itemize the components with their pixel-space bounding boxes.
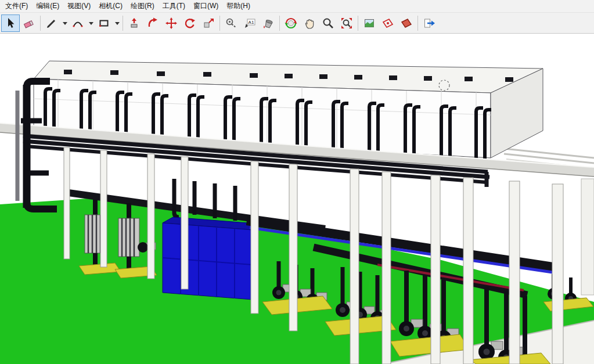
tape-measure-icon	[225, 17, 237, 30]
rotate-arrows-icon	[183, 17, 196, 30]
follow-me-icon	[146, 17, 159, 30]
export-arrow-icon	[423, 17, 435, 30]
zoom-tool[interactable]	[319, 15, 337, 32]
toolbar-separator	[40, 16, 41, 31]
scene-thumbnail-icon	[363, 17, 376, 30]
scene-view-tool[interactable]	[360, 15, 379, 32]
text-tool-label: A1	[249, 20, 254, 25]
toolbar-separator	[417, 16, 418, 31]
model-scene	[0, 34, 594, 364]
arc-tool[interactable]	[69, 15, 87, 32]
pan-tool[interactable]	[300, 15, 319, 32]
eraser-icon	[23, 17, 35, 30]
scale-icon	[202, 17, 215, 30]
eraser-tool[interactable]	[20, 15, 38, 32]
menu-view[interactable]: 视图(V)	[63, 0, 95, 12]
shape-tool[interactable]	[95, 15, 113, 32]
tape-measure-tool[interactable]	[222, 15, 240, 32]
menu-draw[interactable]: 绘图(R)	[127, 0, 159, 12]
push-pull-tool[interactable]	[125, 15, 143, 32]
toolbar-separator	[123, 16, 123, 31]
push-pull-icon	[128, 17, 141, 30]
section-plane-icon	[381, 17, 394, 30]
menu-camera[interactable]: 相机(C)	[95, 0, 127, 12]
section-plane-tool[interactable]	[379, 15, 397, 32]
chevron-down-icon	[62, 17, 68, 30]
chevron-down-icon	[114, 17, 120, 30]
zoom-extents-tool[interactable]	[337, 15, 356, 32]
rotate-tool[interactable]	[181, 15, 199, 32]
section-cut-icon	[400, 17, 413, 30]
line-tool[interactable]	[42, 15, 61, 32]
paint-bucket-tool[interactable]	[259, 15, 278, 32]
menu-tools[interactable]: 工具(T)	[159, 0, 189, 12]
shape-tool-dropdown[interactable]	[113, 15, 121, 32]
paint-bucket-icon	[262, 17, 275, 30]
toolbar-separator	[279, 16, 280, 31]
text-a1-icon: A1	[243, 17, 256, 30]
toolbar-separator	[219, 16, 220, 31]
dimension-text-tool[interactable]: A1	[240, 15, 259, 32]
menubar: 文件(F) 编辑(E) 视图(V) 相机(C) 绘图(R) 工具(T) 窗口(W…	[0, 0, 594, 13]
menu-window[interactable]: 窗口(W)	[189, 0, 222, 12]
rectangle-icon	[98, 17, 110, 30]
toolbar-separator	[358, 16, 358, 31]
arc-icon	[71, 17, 84, 30]
move-tool[interactable]	[162, 15, 181, 32]
move-arrows-icon	[165, 17, 178, 30]
pencil-icon	[45, 17, 58, 30]
toolbar: A1	[0, 13, 594, 34]
scale-tool[interactable]	[199, 15, 218, 32]
menu-edit[interactable]: 编辑(E)	[32, 0, 63, 12]
follow-me-tool[interactable]	[143, 15, 162, 32]
cursor-arrow-icon	[4, 17, 17, 30]
modeling-viewport[interactable]	[0, 34, 594, 364]
zoom-extents-icon	[340, 17, 353, 30]
menu-file[interactable]: 文件(F)	[1, 0, 32, 12]
arc-tool-dropdown[interactable]	[87, 15, 95, 32]
select-tool[interactable]	[1, 15, 20, 32]
magnifier-icon	[322, 17, 334, 30]
orbit-tool[interactable]	[282, 15, 300, 32]
orbit-icon	[285, 17, 297, 30]
section-cut-tool[interactable]	[397, 15, 416, 32]
menu-help[interactable]: 帮助(H)	[222, 0, 254, 12]
line-tool-dropdown[interactable]	[61, 15, 69, 32]
sketchup-window: 文件(F) 编辑(E) 视图(V) 相机(C) 绘图(R) 工具(T) 窗口(W…	[0, 0, 594, 364]
chevron-down-icon	[88, 17, 94, 30]
export-tool[interactable]	[420, 15, 438, 32]
hand-icon	[303, 17, 316, 30]
